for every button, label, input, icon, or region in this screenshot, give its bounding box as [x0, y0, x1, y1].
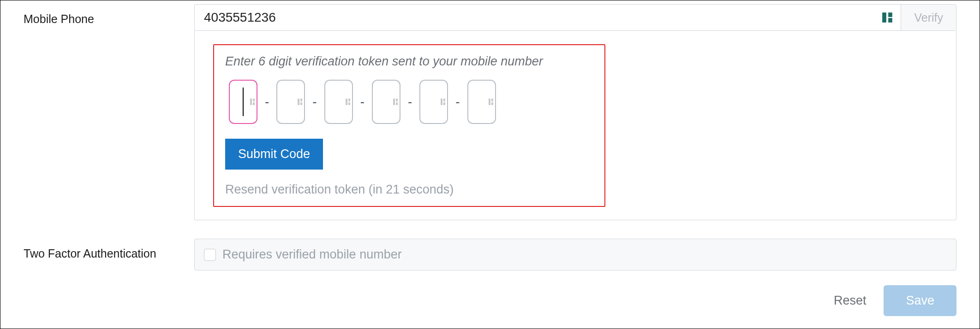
verification-error-box: Enter 6 digit verification token sent to… [213, 44, 605, 207]
digit-separator: - [455, 94, 460, 109]
verification-instruction: Enter 6 digit verification token sent to… [225, 54, 593, 69]
svg-rect-0 [883, 12, 887, 23]
digit-wrapper-2 [276, 80, 305, 124]
two-factor-content: Requires verified mobile number [194, 239, 980, 270]
mobile-phone-label: Mobile Phone [0, 4, 194, 26]
digit-wrapper-3 [324, 80, 353, 124]
digit-input-4[interactable] [372, 80, 400, 124]
settings-form: Mobile Phone Verify Enter 6 digit verifi… [0, 0, 980, 316]
svg-rect-1 [889, 12, 893, 17]
digit-input-6[interactable] [467, 80, 496, 124]
digit-wrapper-4 [372, 80, 400, 124]
resend-token-text: Resend verification token (in 21 seconds… [225, 182, 593, 197]
digit-wrapper-1 [229, 80, 257, 124]
digit-separator: - [408, 94, 412, 109]
form-actions: Reset Save [0, 274, 980, 316]
digit-inputs-group: - - [225, 80, 593, 124]
two-factor-label: Two Factor Authentication [0, 239, 194, 260]
submit-code-button[interactable]: Submit Code [225, 139, 323, 170]
two-factor-checkbox-label: Requires verified mobile number [222, 247, 402, 262]
phone-input-wrapper: Verify [194, 4, 956, 31]
svg-rect-2 [889, 18, 893, 23]
two-factor-box: Requires verified mobile number [194, 239, 956, 270]
digit-input-2[interactable] [276, 80, 305, 124]
digit-wrapper-6 [467, 80, 496, 124]
digit-separator: - [265, 94, 269, 109]
digit-wrapper-5 [419, 80, 448, 124]
mobile-phone-row: Mobile Phone Verify Enter 6 digit verifi… [0, 0, 980, 224]
verify-button[interactable]: Verify [901, 5, 956, 30]
digit-input-1[interactable] [229, 80, 257, 124]
mobile-phone-content: Verify Enter 6 digit verification token … [194, 4, 980, 220]
save-button[interactable]: Save [884, 285, 956, 316]
two-factor-row: Two Factor Authentication Requires verif… [0, 235, 980, 274]
digit-separator: - [360, 94, 365, 109]
reset-button[interactable]: Reset [829, 287, 871, 314]
verification-panel: Enter 6 digit verification token sent to… [194, 30, 956, 220]
digit-separator: - [312, 94, 317, 109]
mobile-phone-input[interactable] [195, 5, 881, 30]
digit-input-5[interactable] [419, 80, 448, 124]
two-factor-checkbox[interactable] [204, 249, 216, 261]
password-manager-icon [881, 12, 893, 24]
digit-input-3[interactable] [324, 80, 353, 124]
